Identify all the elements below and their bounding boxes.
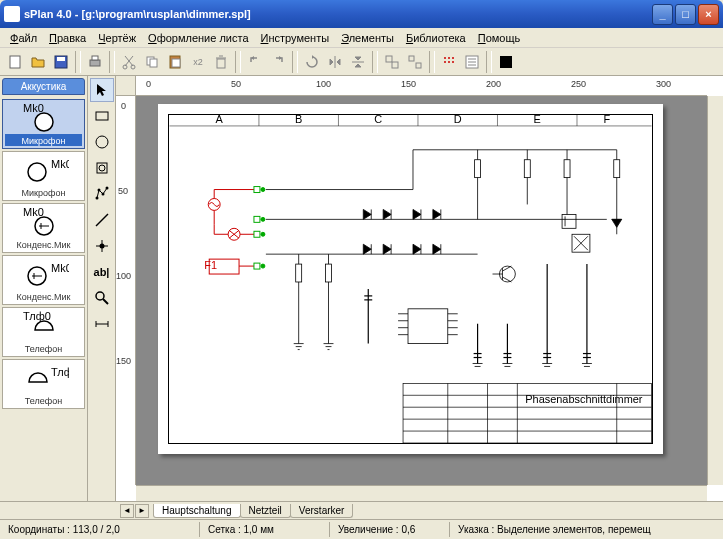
library-item[interactable]: Mk0 Микрофон bbox=[2, 151, 85, 201]
mirror-h-button[interactable] bbox=[324, 51, 346, 73]
svg-line-46 bbox=[96, 214, 108, 226]
library-item[interactable]: Mk0 Микрофон bbox=[2, 99, 85, 149]
polygon-tool[interactable] bbox=[90, 182, 114, 206]
color-button[interactable] bbox=[495, 51, 517, 73]
maximize-button[interactable]: □ bbox=[675, 4, 696, 25]
page-tab[interactable]: Netzteil bbox=[240, 504, 291, 518]
zoom-tool[interactable] bbox=[90, 286, 114, 310]
status-grid: Сетка : 1,0 мм bbox=[200, 522, 330, 537]
status-hint: Указка : Выделение элементов, перемещ bbox=[450, 522, 723, 537]
library-item[interactable]: Mk0 Конденс.Мик bbox=[2, 255, 85, 305]
menu-library[interactable]: Библиотека bbox=[400, 30, 472, 46]
svg-point-18 bbox=[452, 57, 454, 59]
svg-rect-80 bbox=[254, 187, 260, 193]
mirror-v-button[interactable] bbox=[347, 51, 369, 73]
drawing-page[interactable]: ABCDEF bbox=[158, 104, 663, 454]
line-tool[interactable] bbox=[90, 208, 114, 232]
svg-text:Phasenabschnittdimmer: Phasenabschnittdimmer bbox=[525, 393, 643, 405]
horizontal-ruler: 0 50 100 150 200 250 300 bbox=[136, 76, 707, 96]
library-item[interactable]: Тлф0 Телефон bbox=[2, 359, 85, 409]
svg-text:Mk0: Mk0 bbox=[23, 102, 44, 114]
svg-text:Mk0: Mk0 bbox=[51, 262, 69, 274]
menu-pagesetup[interactable]: Оформление листа bbox=[142, 30, 254, 46]
node-tool[interactable] bbox=[90, 234, 114, 258]
draw-toolbar: ab| bbox=[88, 76, 116, 501]
svg-point-44 bbox=[101, 193, 104, 196]
svg-text:A: A bbox=[216, 115, 224, 125]
svg-point-85 bbox=[261, 232, 265, 236]
svg-text:F1: F1 bbox=[204, 259, 217, 271]
svg-rect-10 bbox=[172, 59, 180, 67]
delete-button[interactable] bbox=[210, 51, 232, 73]
close-button[interactable]: × bbox=[698, 4, 719, 25]
new-button[interactable] bbox=[4, 51, 26, 73]
svg-rect-3 bbox=[90, 60, 100, 66]
ungroup-button[interactable] bbox=[404, 51, 426, 73]
text-tool[interactable]: ab| bbox=[90, 260, 114, 284]
menu-tools[interactable]: Инструменты bbox=[255, 30, 336, 46]
menu-file[interactable]: Файл bbox=[4, 30, 43, 46]
group-button[interactable] bbox=[381, 51, 403, 73]
rect-tool[interactable] bbox=[90, 104, 114, 128]
svg-rect-14 bbox=[409, 56, 414, 61]
undo-button[interactable] bbox=[244, 51, 266, 73]
svg-rect-162 bbox=[562, 214, 576, 228]
page-tab[interactable]: Hauptschaltung bbox=[153, 504, 241, 518]
statusbar: Координаты : 113,0 / 2,0 Сетка : 1,0 мм … bbox=[0, 519, 723, 539]
canvas[interactable]: ABCDEF bbox=[136, 96, 707, 485]
menu-help[interactable]: Помощь bbox=[472, 30, 527, 46]
svg-line-51 bbox=[103, 299, 108, 304]
ruler-corner bbox=[116, 76, 136, 96]
status-zoom: Увеличение : 0,6 bbox=[330, 522, 450, 537]
print-button[interactable] bbox=[84, 51, 106, 73]
app-icon bbox=[4, 6, 20, 22]
snap-button[interactable] bbox=[438, 51, 460, 73]
page-tab[interactable]: Verstarker bbox=[290, 504, 354, 518]
library-items: Mk0 Микрофон Mk0 Микрофон Mk0 Конденс.Ми… bbox=[0, 97, 87, 501]
library-tab[interactable]: Аккустика bbox=[2, 78, 85, 95]
svg-text:Mk0: Mk0 bbox=[51, 158, 69, 170]
horizontal-scrollbar[interactable] bbox=[136, 485, 707, 501]
special-tool[interactable] bbox=[90, 156, 114, 180]
copy-button[interactable] bbox=[141, 51, 163, 73]
cut-button[interactable] bbox=[118, 51, 140, 73]
duplicate-button[interactable]: x2 bbox=[187, 51, 209, 73]
menu-edit[interactable]: Правка bbox=[43, 30, 92, 46]
svg-point-17 bbox=[448, 57, 450, 59]
library-item[interactable]: Тлф0 Телефон bbox=[2, 307, 85, 357]
svg-point-19 bbox=[444, 61, 446, 63]
svg-point-42 bbox=[95, 197, 98, 200]
status-coords: Координаты : 113,0 / 2,0 bbox=[0, 522, 200, 537]
svg-text:Mk0: Mk0 bbox=[23, 206, 44, 218]
menu-drawing[interactable]: Чертёж bbox=[92, 30, 142, 46]
svg-text:Тлф0: Тлф0 bbox=[23, 310, 51, 322]
titlebar: sPlan 4.0 - [g:\program\rusplan\dimmer.s… bbox=[0, 0, 723, 28]
library-item[interactable]: Mk0 Конденс.Мик bbox=[2, 203, 85, 253]
svg-text:E: E bbox=[534, 115, 541, 125]
menu-elements[interactable]: Элементы bbox=[335, 30, 400, 46]
redo-button[interactable] bbox=[267, 51, 289, 73]
paste-button[interactable] bbox=[164, 51, 186, 73]
svg-rect-11 bbox=[217, 59, 225, 68]
vertical-scrollbar[interactable] bbox=[707, 96, 723, 485]
open-button[interactable] bbox=[27, 51, 49, 73]
svg-rect-113 bbox=[564, 160, 570, 178]
svg-rect-82 bbox=[254, 216, 260, 222]
svg-rect-0 bbox=[10, 56, 20, 68]
library-panel: Аккустика Mk0 Микрофон Mk0 Микрофон Mk0 … bbox=[0, 76, 88, 501]
tab-next-button[interactable]: ► bbox=[135, 504, 149, 518]
minimize-button[interactable]: _ bbox=[652, 4, 673, 25]
tab-prev-button[interactable]: ◄ bbox=[120, 504, 134, 518]
pointer-tool[interactable] bbox=[90, 78, 114, 102]
measure-tool[interactable] bbox=[90, 312, 114, 336]
svg-text:Тлф0: Тлф0 bbox=[51, 366, 69, 378]
circle-tool[interactable] bbox=[90, 130, 114, 154]
svg-rect-4 bbox=[92, 56, 98, 60]
window-title: sPlan 4.0 - [g:\program\rusplan\dimmer.s… bbox=[24, 8, 652, 20]
canvas-area: 0 50 100 150 200 250 300 0 50 100 150 AB… bbox=[116, 76, 723, 501]
save-button[interactable] bbox=[50, 51, 72, 73]
svg-text:D: D bbox=[454, 115, 462, 125]
svg-rect-38 bbox=[96, 112, 108, 120]
rotate-button[interactable] bbox=[301, 51, 323, 73]
props-button[interactable] bbox=[461, 51, 483, 73]
